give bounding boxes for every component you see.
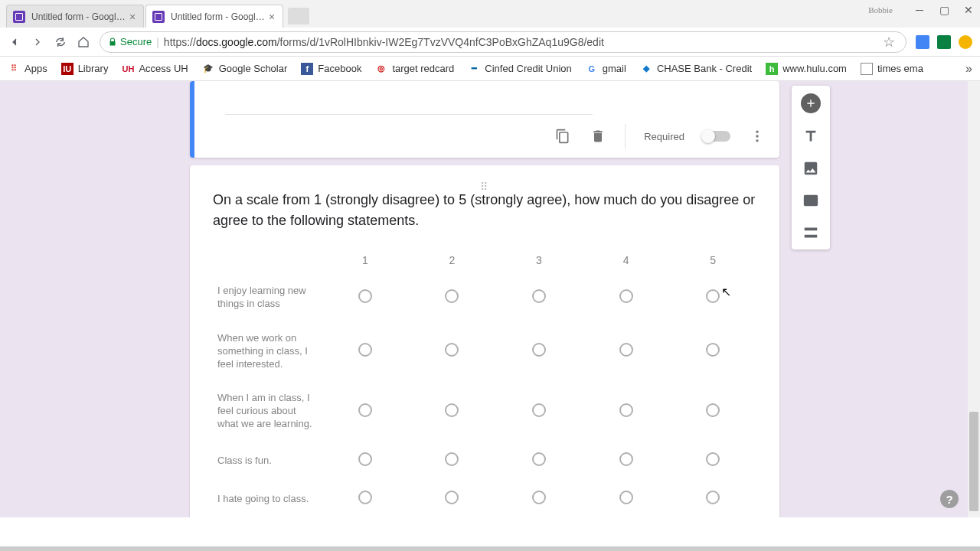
extensions [916,35,972,49]
grid-radio-cell[interactable] [409,442,496,480]
grid-row: Class is fun. [213,442,756,480]
scrollbar[interactable] [968,81,980,517]
grid-radio-cell[interactable] [495,480,583,517]
close-icon[interactable]: × [128,12,137,21]
tab-strip: Untitled form - Google F × Untitled form… [0,0,980,28]
duplicate-button[interactable] [554,128,571,145]
question-card-previous[interactable]: Required [190,81,779,158]
bookmark-gmail[interactable]: Ggmail [586,63,626,75]
grid-row: I hate going to class. [213,480,756,517]
url-input[interactable]: Secure | https://docs.google.com/forms/d… [100,31,906,53]
grid-radio-cell[interactable] [495,274,583,321]
add-image-button[interactable] [802,159,820,178]
grid-radio-cell[interactable] [669,442,756,480]
bookmark-star-icon[interactable]: ☆ [883,34,895,51]
bookmarks-bar: ⠿Apps IULibrary UHAccess UH 🎓Google Scho… [0,57,980,81]
help-button[interactable]: ? [940,490,959,508]
back-button[interactable] [8,35,21,49]
grid-table: 12345 I enjoy learning new things in cla… [213,246,756,517]
chase-icon: ◆ [640,63,652,75]
add-title-button[interactable] [802,127,820,145]
bookmark-hulu[interactable]: hwww.hulu.com [766,63,847,75]
grid-radio-cell[interactable] [583,321,670,382]
grid-radio-cell[interactable] [409,321,496,382]
page-icon [861,63,873,75]
grid-radio-cell[interactable] [669,381,756,442]
grid-radio-cell[interactable] [322,480,409,517]
grid-radio-cell[interactable] [583,381,670,442]
profile-name: Bobbie [868,5,893,15]
scrollbar-thumb[interactable] [969,412,978,511]
grid-row-label: Class is fun. [213,442,322,480]
grid-column-header: 1 [322,246,409,274]
radio-icon [619,491,633,504]
grid-radio-cell[interactable] [495,321,583,382]
reload-button[interactable] [54,35,67,49]
radio-icon [706,403,720,417]
grid-row: When I am in class, I feel curious about… [213,381,756,442]
forms-favicon [13,11,25,23]
bookmark-access-uh[interactable]: UHAccess UH [122,63,188,75]
new-tab-button[interactable] [288,8,309,24]
grid-radio-cell[interactable] [495,381,583,442]
close-window-button[interactable]: ✕ [963,5,974,15]
grid-radio-cell[interactable] [669,274,756,321]
delete-button[interactable] [590,128,606,145]
radio-icon [445,403,459,417]
grid-radio-cell[interactable] [669,321,756,382]
maximize-button[interactable]: ▢ [939,5,949,15]
svg-point-2 [756,139,758,142]
profile-avatar[interactable] [959,35,972,49]
grid-radio-cell[interactable] [583,442,670,480]
page-content: Required ⠿ On a scale from 1 (strongly d… [0,81,980,517]
grid-radio-cell[interactable] [583,274,670,321]
bookmark-times[interactable]: times ema [861,63,923,75]
bookmark-chase[interactable]: ◆CHASE Bank - Credit [640,63,752,75]
forward-button[interactable] [31,35,44,49]
grid-radio-cell[interactable] [322,381,409,442]
apps-icon: ⠿ [8,63,20,75]
question-title[interactable]: On a scale from 1 (strongly disagree) to… [213,190,756,231]
add-section-button[interactable] [802,223,820,242]
cast-icon[interactable] [937,35,951,49]
grid-radio-cell[interactable] [409,381,496,442]
question-card-grid[interactable]: ⠿ On a scale from 1 (strongly disagree) … [190,165,779,517]
close-icon[interactable]: × [267,12,276,21]
more-options-button[interactable] [749,128,766,145]
grid-radio-cell[interactable] [669,480,756,517]
add-question-button[interactable] [801,93,821,113]
grid-radio-cell[interactable] [583,480,670,517]
minimize-button[interactable]: ─ [914,5,925,15]
radio-icon [619,289,633,303]
hulu-icon: h [766,63,778,75]
grid-row-label: When I am in class, I feel curious about… [213,381,322,442]
home-button[interactable] [77,35,90,49]
radio-icon [706,491,720,504]
grid-radio-cell[interactable] [495,442,583,480]
grid-radio-cell[interactable] [322,321,409,382]
grid-radio-cell[interactable] [322,442,409,480]
bookmark-target[interactable]: ◎target redcard [375,63,454,75]
grid-radio-cell[interactable] [409,480,496,517]
grid-radio-cell[interactable] [322,274,409,321]
tab-title: Untitled form - Google F [31,11,128,22]
grid-column-header: 4 [583,246,670,274]
radio-icon [706,452,720,466]
browser-tab-1[interactable]: Untitled form - Google F × [145,5,283,28]
apps-button[interactable]: ⠿Apps [8,63,47,75]
extension-icon[interactable] [916,35,929,49]
bookmark-cinfed[interactable]: ━Cinfed Credit Union [468,63,571,75]
google-icon: G [586,63,598,75]
bookmark-scholar[interactable]: 🎓Google Scholar [202,63,288,75]
bookmark-facebook[interactable]: fFacebook [301,63,361,75]
drag-handle-icon[interactable]: ⠿ [213,181,756,190]
required-toggle[interactable] [703,131,730,142]
bookmarks-overflow[interactable]: » [965,62,972,76]
floating-toolbar [792,86,830,249]
grid-row: I enjoy learning new things in class [213,274,756,321]
browser-tab-0[interactable]: Untitled form - Google F × [6,5,144,28]
bookmark-library[interactable]: IULibrary [61,63,109,75]
grid-radio-cell[interactable] [409,274,496,321]
radio-icon [358,343,372,357]
add-video-button[interactable] [802,191,820,210]
